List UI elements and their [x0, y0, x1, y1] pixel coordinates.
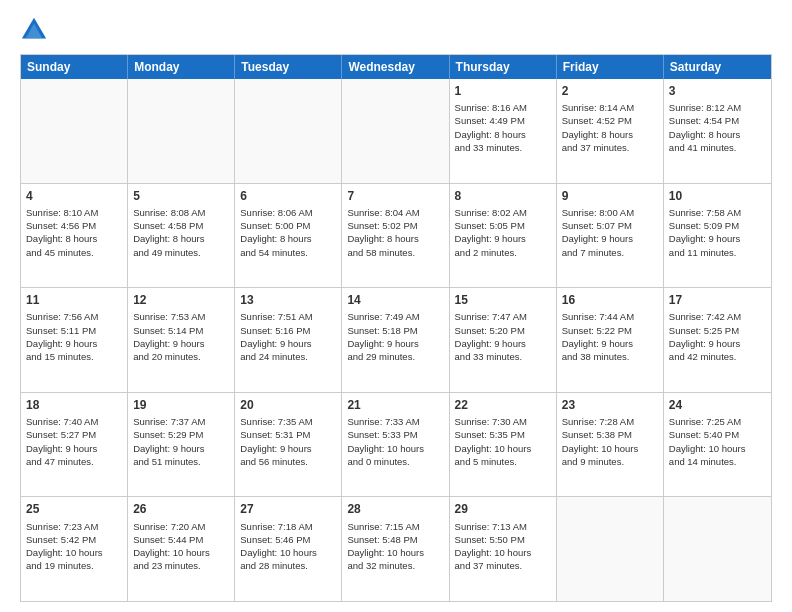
calendar: SundayMondayTuesdayWednesdayThursdayFrid… [20, 54, 772, 602]
day-cell-8: 8Sunrise: 8:02 AMSunset: 5:05 PMDaylight… [450, 184, 557, 288]
day-number: 5 [133, 188, 229, 204]
day-number: 12 [133, 292, 229, 308]
day-number: 28 [347, 501, 443, 517]
day-header-friday: Friday [557, 55, 664, 79]
day-info: Sunrise: 7:44 AMSunset: 5:22 PMDaylight:… [562, 310, 658, 363]
day-cell-23: 23Sunrise: 7:28 AMSunset: 5:38 PMDayligh… [557, 393, 664, 497]
day-info: Sunrise: 7:42 AMSunset: 5:25 PMDaylight:… [669, 310, 766, 363]
calendar-row-1: 4Sunrise: 8:10 AMSunset: 4:56 PMDaylight… [21, 183, 771, 288]
day-number: 24 [669, 397, 766, 413]
day-info: Sunrise: 8:14 AMSunset: 4:52 PMDaylight:… [562, 101, 658, 154]
day-cell-7: 7Sunrise: 8:04 AMSunset: 5:02 PMDaylight… [342, 184, 449, 288]
day-info: Sunrise: 7:30 AMSunset: 5:35 PMDaylight:… [455, 415, 551, 468]
day-info: Sunrise: 7:53 AMSunset: 5:14 PMDaylight:… [133, 310, 229, 363]
day-cell-2: 2Sunrise: 8:14 AMSunset: 4:52 PMDaylight… [557, 79, 664, 183]
day-number: 15 [455, 292, 551, 308]
day-info: Sunrise: 8:08 AMSunset: 4:58 PMDaylight:… [133, 206, 229, 259]
day-info: Sunrise: 7:18 AMSunset: 5:46 PMDaylight:… [240, 520, 336, 573]
day-cell-18: 18Sunrise: 7:40 AMSunset: 5:27 PMDayligh… [21, 393, 128, 497]
day-cell-11: 11Sunrise: 7:56 AMSunset: 5:11 PMDayligh… [21, 288, 128, 392]
day-info: Sunrise: 7:40 AMSunset: 5:27 PMDaylight:… [26, 415, 122, 468]
day-info: Sunrise: 8:10 AMSunset: 4:56 PMDaylight:… [26, 206, 122, 259]
day-cell-6: 6Sunrise: 8:06 AMSunset: 5:00 PMDaylight… [235, 184, 342, 288]
header [20, 16, 772, 44]
calendar-row-2: 11Sunrise: 7:56 AMSunset: 5:11 PMDayligh… [21, 287, 771, 392]
day-info: Sunrise: 8:12 AMSunset: 4:54 PMDaylight:… [669, 101, 766, 154]
day-cell-24: 24Sunrise: 7:25 AMSunset: 5:40 PMDayligh… [664, 393, 771, 497]
day-info: Sunrise: 7:13 AMSunset: 5:50 PMDaylight:… [455, 520, 551, 573]
day-cell-25: 25Sunrise: 7:23 AMSunset: 5:42 PMDayligh… [21, 497, 128, 601]
day-cell-15: 15Sunrise: 7:47 AMSunset: 5:20 PMDayligh… [450, 288, 557, 392]
day-cell-9: 9Sunrise: 8:00 AMSunset: 5:07 PMDaylight… [557, 184, 664, 288]
day-number: 10 [669, 188, 766, 204]
day-number: 21 [347, 397, 443, 413]
day-cell-28: 28Sunrise: 7:15 AMSunset: 5:48 PMDayligh… [342, 497, 449, 601]
day-number: 2 [562, 83, 658, 99]
day-info: Sunrise: 7:47 AMSunset: 5:20 PMDaylight:… [455, 310, 551, 363]
day-cell-4: 4Sunrise: 8:10 AMSunset: 4:56 PMDaylight… [21, 184, 128, 288]
day-cell-empty-0-0 [21, 79, 128, 183]
logo [20, 16, 52, 44]
day-info: Sunrise: 7:51 AMSunset: 5:16 PMDaylight:… [240, 310, 336, 363]
day-info: Sunrise: 7:23 AMSunset: 5:42 PMDaylight:… [26, 520, 122, 573]
day-cell-12: 12Sunrise: 7:53 AMSunset: 5:14 PMDayligh… [128, 288, 235, 392]
day-info: Sunrise: 7:33 AMSunset: 5:33 PMDaylight:… [347, 415, 443, 468]
day-cell-20: 20Sunrise: 7:35 AMSunset: 5:31 PMDayligh… [235, 393, 342, 497]
day-info: Sunrise: 8:16 AMSunset: 4:49 PMDaylight:… [455, 101, 551, 154]
day-info: Sunrise: 7:20 AMSunset: 5:44 PMDaylight:… [133, 520, 229, 573]
day-info: Sunrise: 7:37 AMSunset: 5:29 PMDaylight:… [133, 415, 229, 468]
day-header-wednesday: Wednesday [342, 55, 449, 79]
day-cell-27: 27Sunrise: 7:18 AMSunset: 5:46 PMDayligh… [235, 497, 342, 601]
day-header-thursday: Thursday [450, 55, 557, 79]
day-number: 17 [669, 292, 766, 308]
day-number: 13 [240, 292, 336, 308]
day-number: 23 [562, 397, 658, 413]
day-number: 20 [240, 397, 336, 413]
day-cell-17: 17Sunrise: 7:42 AMSunset: 5:25 PMDayligh… [664, 288, 771, 392]
calendar-body: 1Sunrise: 8:16 AMSunset: 4:49 PMDaylight… [21, 79, 771, 601]
calendar-row-3: 18Sunrise: 7:40 AMSunset: 5:27 PMDayligh… [21, 392, 771, 497]
day-info: Sunrise: 7:56 AMSunset: 5:11 PMDaylight:… [26, 310, 122, 363]
day-header-saturday: Saturday [664, 55, 771, 79]
day-info: Sunrise: 7:25 AMSunset: 5:40 PMDaylight:… [669, 415, 766, 468]
day-cell-22: 22Sunrise: 7:30 AMSunset: 5:35 PMDayligh… [450, 393, 557, 497]
day-cell-10: 10Sunrise: 7:58 AMSunset: 5:09 PMDayligh… [664, 184, 771, 288]
day-number: 27 [240, 501, 336, 517]
day-info: Sunrise: 7:49 AMSunset: 5:18 PMDaylight:… [347, 310, 443, 363]
day-cell-14: 14Sunrise: 7:49 AMSunset: 5:18 PMDayligh… [342, 288, 449, 392]
day-number: 11 [26, 292, 122, 308]
calendar-row-4: 25Sunrise: 7:23 AMSunset: 5:42 PMDayligh… [21, 496, 771, 601]
day-number: 22 [455, 397, 551, 413]
day-info: Sunrise: 7:28 AMSunset: 5:38 PMDaylight:… [562, 415, 658, 468]
day-cell-empty-0-1 [128, 79, 235, 183]
day-number: 19 [133, 397, 229, 413]
day-info: Sunrise: 8:04 AMSunset: 5:02 PMDaylight:… [347, 206, 443, 259]
day-number: 9 [562, 188, 658, 204]
day-info: Sunrise: 7:35 AMSunset: 5:31 PMDaylight:… [240, 415, 336, 468]
day-info: Sunrise: 8:00 AMSunset: 5:07 PMDaylight:… [562, 206, 658, 259]
day-cell-empty-0-3 [342, 79, 449, 183]
day-header-monday: Monday [128, 55, 235, 79]
day-cell-26: 26Sunrise: 7:20 AMSunset: 5:44 PMDayligh… [128, 497, 235, 601]
day-number: 1 [455, 83, 551, 99]
calendar-header: SundayMondayTuesdayWednesdayThursdayFrid… [21, 55, 771, 79]
day-number: 25 [26, 501, 122, 517]
day-cell-empty-4-5 [557, 497, 664, 601]
logo-icon [20, 16, 48, 44]
day-info: Sunrise: 8:06 AMSunset: 5:00 PMDaylight:… [240, 206, 336, 259]
day-number: 29 [455, 501, 551, 517]
day-info: Sunrise: 7:58 AMSunset: 5:09 PMDaylight:… [669, 206, 766, 259]
day-cell-3: 3Sunrise: 8:12 AMSunset: 4:54 PMDaylight… [664, 79, 771, 183]
day-info: Sunrise: 7:15 AMSunset: 5:48 PMDaylight:… [347, 520, 443, 573]
day-cell-16: 16Sunrise: 7:44 AMSunset: 5:22 PMDayligh… [557, 288, 664, 392]
day-number: 3 [669, 83, 766, 99]
calendar-row-0: 1Sunrise: 8:16 AMSunset: 4:49 PMDaylight… [21, 79, 771, 183]
day-number: 18 [26, 397, 122, 413]
day-cell-21: 21Sunrise: 7:33 AMSunset: 5:33 PMDayligh… [342, 393, 449, 497]
day-header-tuesday: Tuesday [235, 55, 342, 79]
day-cell-19: 19Sunrise: 7:37 AMSunset: 5:29 PMDayligh… [128, 393, 235, 497]
day-number: 26 [133, 501, 229, 517]
day-header-sunday: Sunday [21, 55, 128, 79]
day-cell-empty-4-6 [664, 497, 771, 601]
day-number: 4 [26, 188, 122, 204]
